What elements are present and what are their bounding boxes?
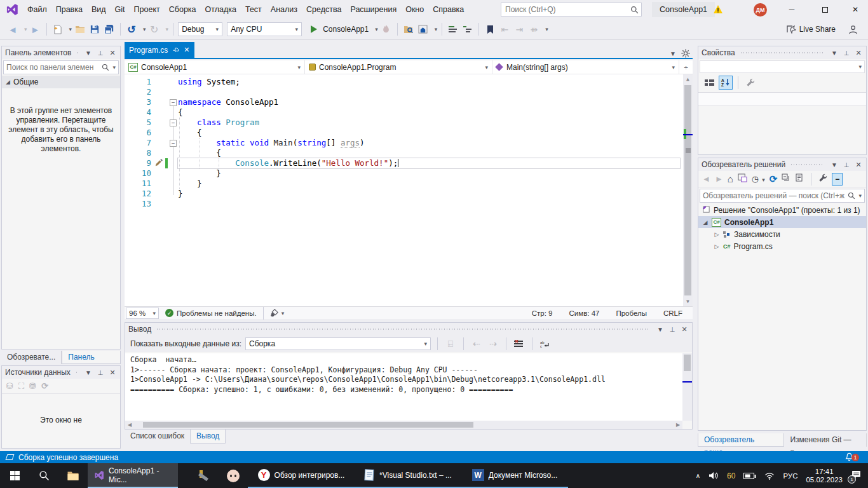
save-all-icon[interactable]: [103, 22, 116, 36]
close-button[interactable]: ✕: [843, 0, 868, 19]
word-wrap-icon[interactable]: abc: [539, 337, 552, 351]
wifi-icon[interactable]: [764, 472, 775, 480]
tree-item-project-consoleapp1[interactable]: ◢ C# ConsoleApp1: [698, 216, 866, 228]
menu-build[interactable]: Сборка: [165, 0, 201, 19]
code-line[interactable]: }: [178, 179, 680, 189]
tab-server-explorer[interactable]: Обозревате...: [1, 351, 62, 364]
taskbar-app-notepad[interactable]: *Visual Studio.txt – ...: [355, 463, 461, 488]
menu-edit[interactable]: Правка: [51, 0, 87, 19]
collapse-region-icon[interactable]: −: [170, 140, 177, 147]
navigate-forward-icon[interactable]: ►: [29, 22, 42, 36]
file-explorer-icon[interactable]: [58, 463, 88, 488]
pending-changes-filter-icon[interactable]: ◷▾: [752, 174, 765, 184]
active-files-chevron-icon[interactable]: ▼: [670, 50, 676, 57]
preview-code-icon[interactable]: [795, 173, 804, 184]
taskbar-app-yandex-browser[interactable]: Y Обзор интегриров...: [248, 463, 355, 488]
pin-icon[interactable]: ⊥: [96, 50, 105, 57]
close-icon[interactable]: ✕: [184, 46, 189, 54]
code-line[interactable]: using System;: [178, 77, 680, 87]
window-position-chevron-icon[interactable]: ▼: [830, 50, 839, 57]
home-icon[interactable]: ⌂: [728, 173, 733, 184]
uncomment-lines-icon[interactable]: [461, 22, 474, 36]
edit-dataset-icon[interactable]: ⛃: [29, 381, 36, 391]
nav-member-dropdown[interactable]: Main(string[] args)▾: [492, 60, 679, 74]
toolbox-search[interactable]: ▾: [3, 60, 119, 74]
menu-git[interactable]: Git: [111, 0, 130, 19]
scroll-right-icon[interactable]: ▶: [674, 422, 682, 428]
window-position-chevron-icon[interactable]: ▼: [830, 161, 839, 168]
tab-output[interactable]: Вывод: [190, 430, 226, 444]
live-share-button[interactable]: Live Share: [786, 25, 844, 34]
scroll-up-icon[interactable]: ▲: [683, 74, 693, 84]
tree-item-dependencies[interactable]: ▷ Зависимости: [698, 228, 866, 240]
code-line[interactable]: {: [178, 128, 680, 138]
next-bookmark-icon[interactable]: ⇥: [513, 22, 526, 36]
menu-debug[interactable]: Отладка: [201, 0, 241, 19]
menu-extensions[interactable]: Расширения: [346, 0, 401, 19]
split-editor-button[interactable]: ÷: [679, 60, 693, 74]
expander-collapsed-icon[interactable]: ▷: [714, 243, 720, 250]
taskbar-app-word[interactable]: W Документ Microso...: [461, 463, 568, 488]
tab-toolbox[interactable]: Панель эле...: [62, 351, 121, 364]
pin-icon[interactable]: [172, 46, 179, 53]
maximize-button[interactable]: [812, 0, 837, 19]
output-source-combo[interactable]: Сборка▾: [245, 337, 431, 350]
scrollbar-thumb[interactable]: [684, 355, 691, 371]
output-horizontal-scrollbar[interactable]: ◀ ▶: [125, 421, 682, 429]
problems-label[interactable]: Проблемы не найдены.: [177, 309, 257, 317]
close-icon[interactable]: ✕: [854, 49, 863, 57]
code-editor[interactable]: 12345678910111213 − − − using System;nam…: [125, 74, 693, 306]
status-spaces[interactable]: Пробелы: [616, 309, 647, 317]
categorized-icon[interactable]: [702, 76, 716, 90]
menu-view[interactable]: Вид: [87, 0, 111, 19]
window-position-chevron-icon[interactable]: ▼: [84, 369, 93, 376]
close-icon[interactable]: ✕: [108, 369, 117, 377]
close-icon[interactable]: ✕: [680, 325, 689, 334]
pin-icon[interactable]: ⊥: [842, 161, 851, 168]
output-text[interactable]: Сборка начата…1>------ Сборка начата: пр…: [125, 353, 682, 421]
taskbar-app-visual-studio[interactable]: ConsoleApp1 - Mic...: [88, 463, 178, 488]
menu-file[interactable]: Файл: [23, 0, 51, 19]
menu-analyze[interactable]: Анализ: [266, 0, 302, 19]
start-debugging-icon[interactable]: [311, 25, 317, 33]
solution-search[interactable]: ▾: [700, 189, 865, 203]
next-message-icon[interactable]: ⇢: [487, 337, 499, 351]
tab-program-cs[interactable]: Program.cs ✕: [125, 42, 194, 58]
code-line[interactable]: namespace ConsoleApp1: [178, 97, 680, 107]
output-vertical-scrollbar[interactable]: [682, 353, 692, 421]
code-line[interactable]: }: [178, 168, 680, 179]
clear-bookmarks-icon[interactable]: ⇻: [527, 22, 540, 36]
menu-window[interactable]: Окно: [401, 0, 428, 19]
taskbar-search-icon[interactable]: [29, 463, 58, 488]
hot-reload-icon[interactable]: [380, 22, 393, 36]
panel-grip[interactable]: [157, 328, 650, 331]
action-center-icon[interactable]: 1: [851, 470, 862, 482]
code-lines[interactable]: using System;namespace ConsoleApp1{ clas…: [178, 77, 680, 209]
window-position-chevron-icon[interactable]: ▼: [656, 326, 665, 333]
code-cleanup-chevron-icon[interactable]: ▾: [281, 310, 285, 316]
status-line[interactable]: Стр: 9: [532, 309, 553, 317]
tab-solution-explorer[interactable]: Обозреватель реше...: [698, 433, 784, 447]
battery-percent-indicator[interactable]: 60: [727, 471, 735, 480]
pin-icon[interactable]: ⊥: [96, 369, 105, 376]
warning-icon[interactable]: [713, 4, 723, 14]
expander-collapsed-icon[interactable]: ▷: [714, 231, 720, 238]
menu-project[interactable]: Проект: [130, 0, 165, 19]
menu-help[interactable]: Справка: [428, 0, 468, 19]
properties-wrench-icon[interactable]: [818, 173, 827, 184]
collapse-all-icon[interactable]: [782, 173, 790, 184]
close-icon[interactable]: ✕: [108, 49, 117, 57]
comment-lines-icon[interactable]: [447, 22, 459, 36]
scrollbar-thumb[interactable]: [684, 85, 691, 295]
pin-icon[interactable]: ⊥: [842, 50, 851, 57]
scroll-left-icon[interactable]: ◀: [125, 422, 134, 428]
refresh-icon[interactable]: ⟳: [41, 381, 48, 391]
clear-all-icon[interactable]: [513, 337, 526, 351]
forward-icon[interactable]: ►: [715, 174, 723, 184]
code-line[interactable]: static void Main(string[] args): [178, 138, 680, 148]
window-position-chevron-icon[interactable]: ▼: [84, 50, 93, 57]
status-eol[interactable]: CRLF: [663, 309, 682, 317]
tree-item-program-cs[interactable]: ▷ C# Program.cs: [698, 240, 866, 252]
previous-bookmark-icon[interactable]: ⇤: [498, 22, 511, 36]
solution-platform-combo[interactable]: Any CPU▾: [227, 22, 302, 36]
